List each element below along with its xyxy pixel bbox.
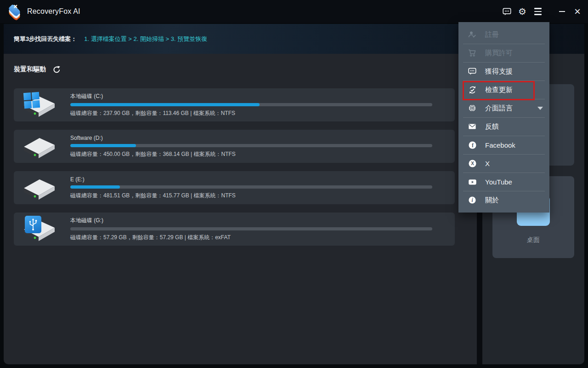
steps-prefix: 簡單3步找回丟失檔案： bbox=[14, 35, 77, 43]
drive-row-c[interactable]: 本地磁碟 (C:) 磁碟總容量：237.90 GB，剩餘容量：113.46 GB… bbox=[14, 88, 455, 121]
menu-hamburger-icon[interactable] bbox=[530, 0, 546, 23]
chat-bubble-icon bbox=[468, 67, 477, 76]
facebook-icon: f bbox=[468, 140, 477, 150]
svg-text:f: f bbox=[471, 142, 473, 148]
capacity-bar bbox=[70, 103, 432, 106]
menu-item-check-updates[interactable]: 檢查更新 bbox=[458, 80, 549, 99]
app-window: + RecoveryFox AI ⚙ × 簡單3步找回丟失檔案： 1. 選擇檔案… bbox=[0, 0, 588, 368]
globe-icon bbox=[468, 104, 477, 113]
usb-symbol-icon bbox=[25, 216, 41, 233]
menu-item-get-support[interactable]: 獲得支援 bbox=[458, 62, 549, 80]
drive-name: E (E:) bbox=[70, 176, 432, 183]
menu-item-label: X bbox=[485, 160, 490, 167]
x-social-icon: X bbox=[468, 159, 477, 168]
drive-info: 磁碟總容量：57.29 GB，剩餘容量：57.29 GB | 檔案系統：exFA… bbox=[70, 234, 432, 242]
menu-item-about[interactable]: i 關於 bbox=[458, 191, 549, 209]
capacity-bar bbox=[70, 227, 432, 230]
chevron-down-icon bbox=[537, 107, 543, 110]
mail-icon bbox=[468, 122, 477, 131]
app-menu: 註冊 購買許可 獲得支援 檢查更新 介面語言 bbox=[458, 22, 549, 213]
drive-row-g[interactable]: 本地磁碟 (G:) 磁碟總容量：57.29 GB，剩餘容量：57.29 GB |… bbox=[14, 213, 455, 246]
app-title: RecoveryFox AI bbox=[27, 7, 80, 16]
menu-item-label: Facebook bbox=[485, 141, 515, 149]
menu-item-label: 獲得支援 bbox=[485, 67, 513, 76]
capacity-bar bbox=[70, 144, 432, 147]
drive-info: 磁碟總容量：450.00 GB，剩餘容量：368.14 GB | 檔案系統：NT… bbox=[70, 150, 432, 158]
update-icon bbox=[468, 85, 477, 94]
drive-info: 磁碟總容量：237.90 GB，剩餘容量：113.46 GB | 檔案系統：NT… bbox=[70, 109, 432, 117]
drive-name: Software (D:) bbox=[70, 135, 432, 141]
menu-item-label: 關於 bbox=[485, 196, 499, 205]
section-title: 裝置和驅動 bbox=[14, 65, 46, 74]
app-logo-icon: + bbox=[6, 3, 23, 20]
drive-row-e[interactable]: E (E:) 磁碟總容量：481.51 GB，剩餘容量：415.77 GB | … bbox=[14, 171, 455, 204]
titlebar-actions: ⚙ × bbox=[499, 0, 585, 23]
youtube-icon bbox=[468, 177, 477, 186]
menu-item-youtube[interactable]: YouTube bbox=[458, 172, 549, 191]
user-check-icon bbox=[468, 30, 477, 39]
drive-row-d[interactable]: Software (D:) 磁碟總容量：450.00 GB，剩餘容量：368.1… bbox=[14, 130, 455, 163]
menu-item-interface-language[interactable]: 介面語言 bbox=[458, 99, 549, 117]
refresh-icon[interactable] bbox=[53, 66, 61, 74]
menu-item-feedback[interactable]: 反饋 bbox=[458, 117, 549, 136]
menu-item-label: YouTube bbox=[485, 178, 512, 186]
menu-item-label: 購買許可 bbox=[485, 49, 513, 58]
menu-item-x[interactable]: X X bbox=[458, 154, 549, 172]
hard-drive-icon bbox=[21, 133, 57, 160]
svg-text:X: X bbox=[471, 161, 474, 166]
feedback-chat-icon[interactable] bbox=[499, 0, 514, 23]
drive-name: 本地磁碟 (G:) bbox=[70, 217, 432, 224]
menu-item-label: 註冊 bbox=[485, 30, 499, 39]
menu-item-register: 註冊 bbox=[458, 25, 549, 44]
windows-logo-icon bbox=[23, 92, 40, 109]
usb-drive-icon bbox=[21, 216, 57, 242]
menu-item-facebook[interactable]: f Facebook bbox=[458, 136, 549, 154]
drive-info: 磁碟總容量：481.51 GB，剩餘容量：415.77 GB | 檔案系統：NT… bbox=[70, 192, 432, 200]
settings-gear-icon[interactable]: ⚙ bbox=[514, 0, 530, 23]
menu-item-label: 介面語言 bbox=[485, 104, 513, 113]
main-panel: 裝置和驅動 本地磁碟 (C:) 磁碟總容量：237.90 GB，剩餘容量：113… bbox=[4, 54, 477, 364]
minimize-button[interactable] bbox=[554, 0, 570, 23]
desktop-label: 桌面 bbox=[492, 236, 574, 244]
close-button[interactable]: × bbox=[570, 0, 585, 23]
titlebar: + RecoveryFox AI ⚙ × bbox=[0, 0, 588, 23]
hard-drive-icon bbox=[21, 174, 57, 201]
capacity-bar bbox=[70, 185, 432, 189]
steps-sequence: 1. 選擇檔案位置 > 2. 開始掃描 > 3. 預覽並恢復 bbox=[84, 35, 207, 43]
hard-drive-icon bbox=[21, 92, 57, 118]
drive-list: 本地磁碟 (C:) 磁碟總容量：237.90 GB，剩餘容量：113.46 GB… bbox=[14, 88, 455, 254]
cart-icon bbox=[468, 48, 477, 58]
menu-item-label: 檢查更新 bbox=[485, 86, 513, 94]
menu-item-buy-license: 購買許可 bbox=[458, 44, 549, 62]
drive-name: 本地磁碟 (C:) bbox=[70, 92, 432, 100]
menu-item-label: 反饋 bbox=[485, 122, 499, 131]
info-icon: i bbox=[468, 196, 477, 205]
